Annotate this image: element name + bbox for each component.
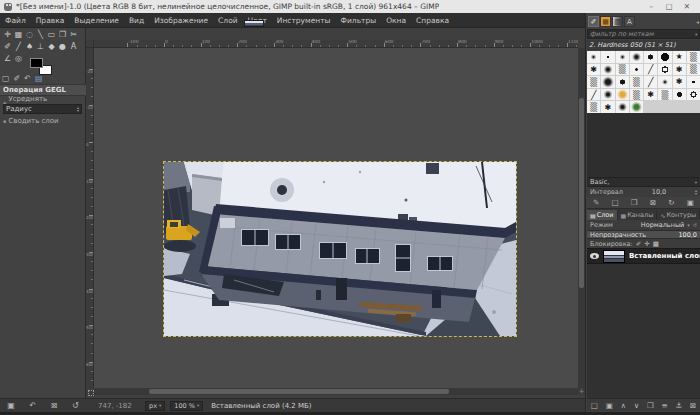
ink-tool-icon[interactable]: ◆ bbox=[46, 41, 57, 52]
brush-thumbnail[interactable] bbox=[601, 51, 614, 63]
window-controls[interactable]: –▢✕ bbox=[642, 2, 696, 11]
mode-caret-icon[interactable]: ▾ bbox=[687, 222, 690, 228]
brush-thumbnail[interactable] bbox=[644, 51, 657, 63]
radius-combo[interactable]: Радиус ▴ ▾ bbox=[3, 104, 82, 114]
menu-item-tools[interactable]: Инструменты bbox=[272, 13, 336, 28]
menu-item-file[interactable]: Файл bbox=[0, 13, 31, 28]
lock-alpha-icon[interactable]: ▦ bbox=[653, 240, 659, 248]
new-layer-icon[interactable]: □ bbox=[591, 401, 598, 410]
spinner-down-icon[interactable]: ▾ bbox=[695, 192, 697, 196]
brush-thumbnail[interactable] bbox=[601, 64, 614, 76]
crop-tool-icon[interactable]: ✂ bbox=[68, 29, 79, 40]
brush-thumbnail[interactable] bbox=[673, 89, 686, 101]
brush-thumbnail[interactable] bbox=[587, 76, 600, 88]
brush-thumbnail[interactable] bbox=[630, 101, 643, 113]
brush-thumbnail[interactable] bbox=[616, 89, 629, 101]
rectangle-select-tool-icon[interactable]: ▭ bbox=[46, 29, 57, 40]
brush-tag-dropdown[interactable]: Basic, ▾ bbox=[587, 177, 700, 187]
restore-tool-preset-icon[interactable]: ↶ bbox=[29, 401, 36, 410]
brush-thumbnail[interactable] bbox=[673, 64, 686, 76]
move-tool-icon[interactable]: ✛ bbox=[2, 29, 13, 40]
brush-thumbnail[interactable] bbox=[673, 76, 686, 88]
tab-paths[interactable]: ∿ Контуры bbox=[657, 210, 700, 220]
canvas-viewport[interactable] bbox=[94, 48, 578, 388]
image-tab-thumbnail[interactable] bbox=[244, 20, 264, 27]
mode-reset-icon[interactable]: ↺ bbox=[693, 222, 697, 228]
brush-thumbnail[interactable] bbox=[616, 51, 629, 63]
paintbrush-tool-icon[interactable]: ╱ bbox=[13, 41, 24, 52]
brush-thumbnail[interactable] bbox=[644, 64, 657, 76]
brush-thumbnail[interactable] bbox=[644, 89, 657, 101]
lock-pixels-icon[interactable]: ✐ bbox=[636, 240, 641, 248]
foreground-color-swatch[interactable] bbox=[30, 58, 43, 68]
brush-thumbnail[interactable] bbox=[644, 76, 657, 88]
close-button[interactable]: ✕ bbox=[678, 2, 696, 11]
free-select-tool-icon[interactable]: ◌ bbox=[24, 29, 35, 40]
horizontal-scrollbar[interactable] bbox=[94, 388, 578, 395]
raise-layer-icon[interactable]: ∧ bbox=[620, 401, 626, 410]
brush-thumbnail[interactable] bbox=[630, 89, 643, 101]
quick-mask-toggle[interactable] bbox=[86, 388, 94, 395]
zoom-dropdown[interactable]: 100 % ▾ bbox=[170, 401, 203, 411]
menu-item-image[interactable]: Изображение bbox=[149, 13, 213, 28]
vertical-scrollbar-thumb[interactable] bbox=[579, 98, 584, 288]
spacing-spinner[interactable]: ▴ ▾ bbox=[695, 189, 697, 196]
delete-brush-icon[interactable]: ⊠ bbox=[650, 198, 656, 207]
brush-thumbnail[interactable] bbox=[587, 89, 600, 101]
tab-menu-icon[interactable]: ◂ bbox=[696, 18, 699, 25]
delete-layer-icon[interactable]: ⊠ bbox=[690, 401, 696, 410]
menu-item-view[interactable]: Вид bbox=[124, 13, 149, 28]
alignment-tool-icon[interactable]: ▦ bbox=[13, 29, 24, 40]
new-group-icon[interactable]: ▣ bbox=[606, 401, 613, 410]
maximize-button[interactable]: ▢ bbox=[660, 2, 678, 11]
tab-gradients[interactable]: ▥ bbox=[612, 16, 623, 27]
tab-patterns[interactable]: ▦ bbox=[600, 16, 611, 27]
mode-dropdown[interactable]: Нормальный bbox=[641, 221, 684, 229]
layer-row-selected[interactable]: Вставленный слой bbox=[587, 248, 700, 264]
zoom-tool-icon[interactable]: ◎ bbox=[13, 53, 24, 64]
duplicate-brush-icon[interactable]: ❐ bbox=[631, 198, 638, 207]
transform-tool-icon[interactable]: ❐ bbox=[57, 29, 68, 40]
layer-thumbnail[interactable] bbox=[603, 250, 625, 263]
brush-thumbnail[interactable] bbox=[658, 76, 671, 88]
refresh-brushes-icon[interactable]: ↻ bbox=[668, 198, 674, 207]
brush-thumbnail[interactable] bbox=[658, 64, 671, 76]
tool-options-icon[interactable]: ▢ bbox=[2, 74, 10, 83]
navigation-button[interactable]: ✛ bbox=[578, 388, 585, 395]
text-tool-icon[interactable]: A bbox=[68, 41, 79, 52]
anchor-layer-icon[interactable]: ⚓ bbox=[675, 401, 682, 410]
brush-thumbnail[interactable] bbox=[687, 64, 700, 76]
horizontal-ruler[interactable]: -100010020030040050060070080090010001100 bbox=[94, 40, 578, 48]
pencil-tool-icon[interactable]: ✐ bbox=[2, 41, 13, 52]
opacity-slider[interactable]: Непрозрачность 100,0 bbox=[587, 230, 700, 239]
brush-thumbnail[interactable] bbox=[587, 101, 600, 113]
tab-brushes[interactable]: ✐ bbox=[588, 16, 599, 27]
menu-item-edit[interactable]: Правка bbox=[31, 13, 70, 28]
menu-item-windows[interactable]: Окна bbox=[381, 13, 411, 28]
brush-thumbnail[interactable] bbox=[687, 51, 700, 63]
brush-filter-input[interactable]: фильтр по меткам ▾ bbox=[587, 29, 700, 39]
tab-fonts[interactable]: A bbox=[624, 16, 635, 27]
layer-visibility-eye-icon[interactable] bbox=[590, 253, 599, 259]
brush-thumbnail[interactable] bbox=[601, 101, 614, 113]
brush-thumbnail[interactable] bbox=[601, 89, 614, 101]
brush-thumbnail[interactable] bbox=[630, 51, 643, 63]
new-brush-icon[interactable]: □ bbox=[612, 198, 619, 207]
brush-thumbnail[interactable] bbox=[658, 51, 671, 63]
brush-thumbnail[interactable] bbox=[630, 64, 643, 76]
brush-thumbnail[interactable] bbox=[587, 64, 600, 76]
minimize-button[interactable]: – bbox=[642, 2, 660, 11]
brush-thumbnail[interactable] bbox=[658, 89, 671, 101]
lower-layer-icon[interactable]: ∨ bbox=[634, 401, 640, 410]
edit-brush-icon[interactable]: ✎ bbox=[593, 198, 599, 207]
radius-spinner[interactable]: ▴ ▾ bbox=[77, 106, 79, 113]
reset-tool-icon[interactable]: ↺ bbox=[72, 401, 79, 410]
measure-tool-icon[interactable]: ∠ bbox=[2, 53, 13, 64]
spinner-down-icon[interactable]: ▾ bbox=[77, 109, 79, 113]
lock-position-icon[interactable]: ✛ bbox=[644, 240, 649, 248]
horizontal-scrollbar-thumb[interactable] bbox=[149, 389, 449, 394]
menu-item-select[interactable]: Выделение bbox=[69, 13, 124, 28]
open-brush-icon[interactable]: ▣ bbox=[687, 198, 694, 207]
brush-thumbnail[interactable] bbox=[687, 76, 700, 88]
option-flatten-layers[interactable]: ▪ Сводить слои bbox=[0, 117, 86, 125]
